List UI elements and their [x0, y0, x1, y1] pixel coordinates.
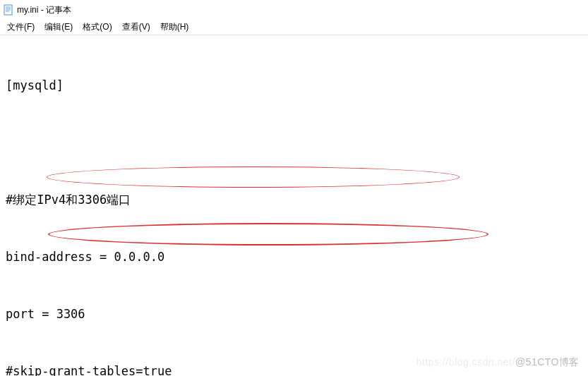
watermark-right: @51CTO博客 — [515, 356, 580, 368]
watermark: https://blog.csdn.net/@51CTO博客 — [416, 356, 580, 369]
text-line: #绑定IPv4和3306端口 — [6, 190, 582, 210]
menu-help[interactable]: 帮助(H) — [156, 20, 193, 35]
highlight-ellipse-datadir — [48, 223, 488, 245]
text-line: bind-address = 0.0.0.0 — [6, 248, 582, 267]
menu-view[interactable]: 查看(V) — [118, 20, 155, 35]
text-line — [6, 133, 582, 152]
watermark-left: https://blog.csdn.net/ — [416, 356, 515, 368]
text-line: [mysqld] — [6, 76, 582, 95]
menu-file[interactable]: 文件(F) — [3, 20, 39, 35]
menu-edit[interactable]: 编辑(E) — [40, 20, 77, 35]
window-title: my.ini - 记事本 — [17, 4, 71, 16]
menu-format[interactable]: 格式(O) — [78, 20, 116, 35]
annotation-layer — [0, 35, 29, 111]
notepad-icon — [3, 4, 14, 16]
menubar: 文件(F) 编辑(E) 格式(O) 查看(V) 帮助(H) — [0, 20, 588, 35]
text-line: port = 3306 — [6, 305, 582, 324]
editor-area[interactable]: [mysqld] #绑定IPv4和3306端口 bind-address = 0… — [0, 35, 588, 376]
highlight-ellipse-basedir — [47, 166, 460, 188]
window-titlebar: my.ini - 记事本 — [0, 0, 588, 20]
